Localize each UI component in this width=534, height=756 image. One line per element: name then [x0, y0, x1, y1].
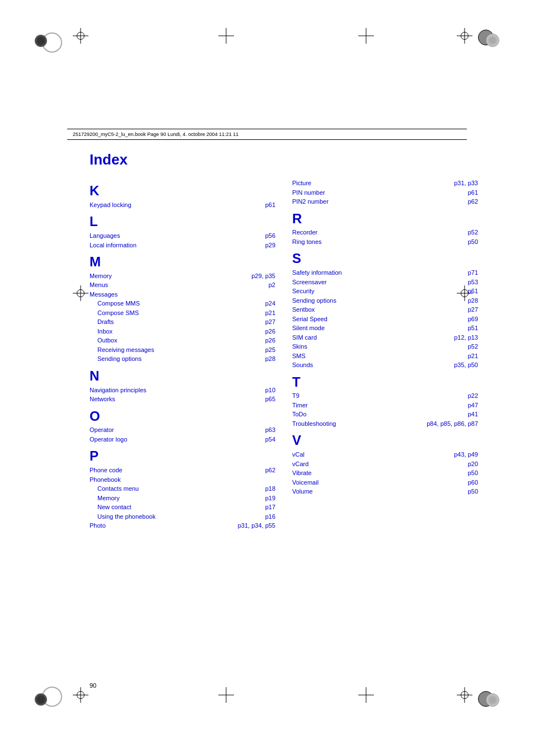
crosshair-bot-right: [457, 687, 472, 703]
crosshair-bot-left: [73, 687, 88, 703]
list-item: Messages: [90, 290, 275, 299]
list-item: Phone code p62: [90, 466, 275, 475]
list-item: SMS p21: [292, 351, 478, 361]
list-item: Using the phonebook p16: [90, 512, 275, 522]
list-item: Keypad locking p61: [90, 200, 275, 210]
crosshair-top-mid: [218, 28, 234, 44]
list-item: Compose MMS p24: [90, 299, 275, 308]
right-column: Picture p31, p33 PIN number p61 PIN2 num…: [292, 179, 478, 530]
section-l: L: [90, 214, 275, 230]
reg-circle-bot-left-filled: [35, 693, 47, 706]
list-item: Outbox p26: [90, 336, 275, 345]
reg-circle-top-right-outlined: [486, 34, 499, 47]
list-item: Languages p56: [90, 231, 275, 241]
page-container: 251729200_myC5-2_lu_en.book Page 90 Lund…: [0, 0, 534, 756]
crosshair-top-right: [457, 28, 472, 44]
list-item: Timer p47: [292, 401, 478, 410]
content-area: Index K Keypad locking p61 L Languages p…: [90, 151, 478, 666]
list-item: Skins p52: [292, 342, 478, 351]
list-item: New contact p17: [90, 503, 275, 512]
sending-options-entry: Sending options p28: [90, 354, 275, 364]
list-item: ToDo p41: [292, 410, 478, 419]
list-item: Vibrate p50: [292, 468, 478, 478]
crosshair-bot-mid: [218, 687, 234, 703]
section-s: S: [292, 251, 478, 267]
crosshair-top-left: [73, 28, 88, 44]
file-info-text: 251729200_myC5-2_lu_en.book Page 90 Lund…: [73, 132, 238, 137]
list-item: Voicemail p60: [292, 478, 478, 487]
list-item: Drafts p27: [90, 317, 275, 327]
section-t: T: [292, 374, 478, 391]
section-p: P: [90, 448, 275, 464]
list-item: PIN number p61: [292, 188, 478, 198]
list-item: Contacts menu p18: [90, 484, 275, 494]
list-item: Volume p50: [292, 487, 478, 496]
list-item: SIM card p12, p13: [292, 333, 478, 342]
section-n: N: [90, 368, 275, 384]
list-item: Silent mode p51: [292, 323, 478, 333]
section-v: V: [292, 433, 478, 449]
list-item: Memory p29, p35: [90, 271, 275, 281]
list-item: Networks p65: [90, 395, 275, 404]
list-item: Inbox p26: [90, 327, 275, 336]
list-item: Safety information p71: [292, 268, 478, 278]
list-item: PIN2 number p62: [292, 197, 478, 206]
section-o: O: [90, 408, 275, 425]
page-title: Index: [90, 151, 478, 168]
list-item: Receiving messages p25: [90, 345, 275, 355]
index-columns: K Keypad locking p61 L Languages p56 Loc…: [90, 179, 478, 530]
file-info-bar: 251729200_myC5-2_lu_en.book Page 90 Lund…: [67, 129, 467, 140]
list-item: Phonebook: [90, 475, 275, 485]
list-item: Sentbox p27: [292, 305, 478, 314]
section-k: K: [90, 183, 275, 199]
crosshair-bot-mid2: [358, 687, 374, 703]
crosshair-mid-left: [73, 285, 88, 301]
list-item: Ring tones p50: [292, 237, 478, 247]
left-column: K Keypad locking p61 L Languages p56 Loc…: [90, 179, 275, 530]
list-item: Operator logo p54: [90, 435, 275, 444]
page-number: 90: [90, 682, 96, 689]
section-r: R: [292, 211, 478, 227]
list-item: Local information p29: [90, 241, 275, 250]
section-m: M: [90, 254, 275, 270]
crosshair-top-mid2: [358, 28, 374, 44]
list-item: Photo p31, p34, p55: [90, 521, 275, 530]
list-item: vCal p43, p49: [292, 450, 478, 459]
list-item: Recorder p52: [292, 228, 478, 237]
list-item: T9 p22: [292, 391, 478, 401]
list-item: Navigation principles p10: [90, 386, 275, 395]
list-item: Sounds p35, p50: [292, 360, 478, 370]
reg-circle-top-left-filled: [35, 35, 47, 47]
list-item: Troubleshooting p84, p85, p86, p87: [292, 419, 478, 429]
list-item: vCard p20: [292, 459, 478, 469]
list-item: Menus p2: [90, 280, 275, 290]
list-item: Operator p63: [90, 425, 275, 435]
list-item: Picture p31, p33: [292, 179, 478, 188]
list-item: Sending options p28: [292, 296, 478, 306]
list-item: Serial Speed p69: [292, 314, 478, 324]
list-item: Screensaver p53: [292, 278, 478, 287]
list-item: Security p61: [292, 287, 478, 296]
list-item: Compose SMS p21: [90, 308, 275, 318]
list-item: Memory p19: [90, 494, 275, 503]
reg-circle-bot-right-outlined: [486, 693, 499, 707]
